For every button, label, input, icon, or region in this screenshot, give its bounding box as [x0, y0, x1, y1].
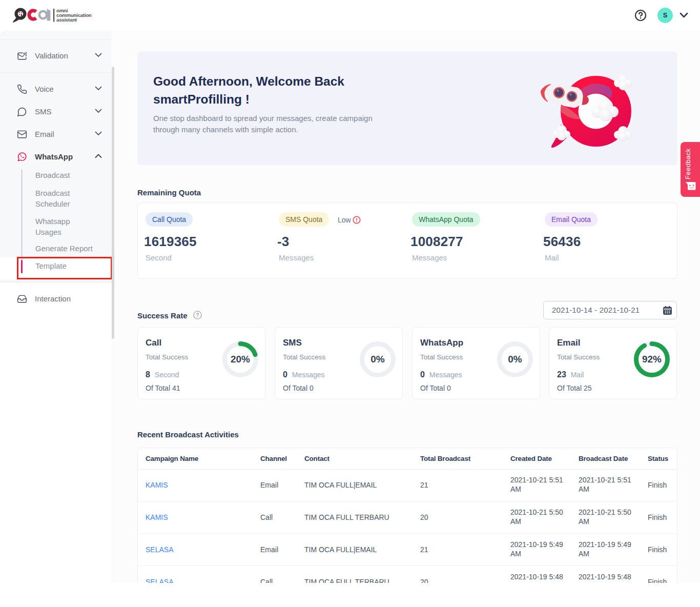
svg-text:assistant: assistant [56, 17, 77, 23]
